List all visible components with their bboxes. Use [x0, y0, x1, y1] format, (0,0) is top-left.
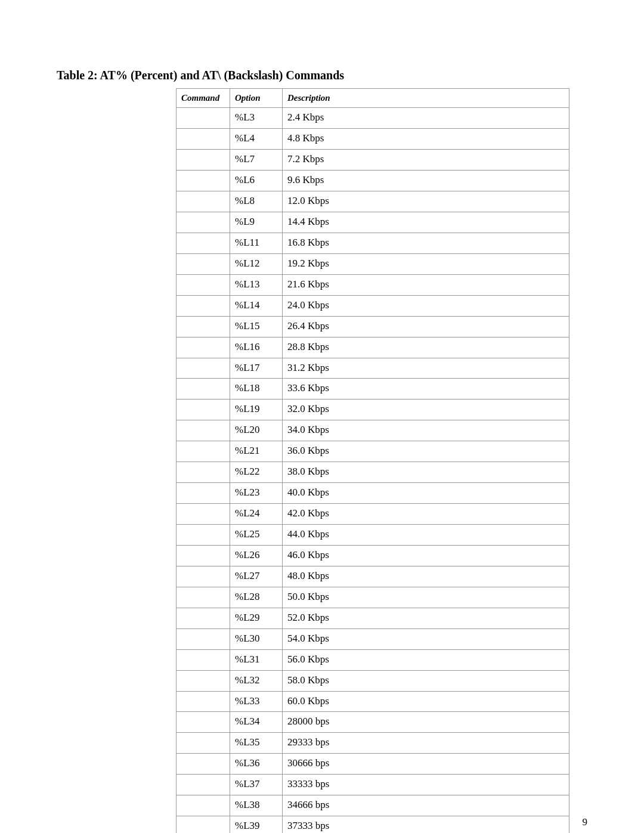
- cell-description: 28000 bps: [283, 712, 569, 733]
- cell-command: [177, 191, 230, 212]
- table-row: %L2646.0 Kbps: [177, 545, 569, 566]
- cell-option: %L24: [230, 504, 283, 525]
- cell-option: %L20: [230, 420, 283, 441]
- cell-description: 58.0 Kbps: [283, 670, 569, 691]
- page-number: 9: [583, 816, 588, 828]
- cell-description: 60.0 Kbps: [283, 691, 569, 712]
- cell-command: [177, 795, 230, 816]
- cell-description: 21.6 Kbps: [283, 274, 569, 295]
- table-row: %L2442.0 Kbps: [177, 504, 569, 525]
- table-row: %L1526.4 Kbps: [177, 316, 569, 337]
- table-row: %L1932.0 Kbps: [177, 400, 569, 420]
- cell-command: [177, 483, 230, 504]
- cell-option: %L30: [230, 628, 283, 649]
- table-row: %L3937333 bps: [177, 816, 569, 833]
- cell-description: 36.0 Kbps: [283, 441, 569, 462]
- cell-option: %L17: [230, 358, 283, 379]
- cell-command: [177, 504, 230, 525]
- cell-description: 28.8 Kbps: [283, 337, 569, 358]
- cell-description: 2.4 Kbps: [283, 108, 569, 129]
- cell-command: [177, 441, 230, 462]
- table-row: %L3529333 bps: [177, 733, 569, 754]
- table-row: %L69.6 Kbps: [177, 171, 569, 191]
- table-header-row: Command Option Description: [177, 89, 569, 108]
- cell-description: 29333 bps: [283, 733, 569, 754]
- table-row: %L3054.0 Kbps: [177, 628, 569, 649]
- table-row: %L1321.6 Kbps: [177, 274, 569, 295]
- table-row: %L3733333 bps: [177, 775, 569, 795]
- table-row: %L2238.0 Kbps: [177, 462, 569, 483]
- cell-option: %L19: [230, 400, 283, 420]
- cell-option: %L15: [230, 316, 283, 337]
- cell-option: %L28: [230, 587, 283, 608]
- cell-description: 14.4 Kbps: [283, 212, 569, 233]
- cell-option: %L18: [230, 379, 283, 400]
- cell-description: 19.2 Kbps: [283, 253, 569, 274]
- table-row: %L1116.8 Kbps: [177, 233, 569, 253]
- table-row: %L1219.2 Kbps: [177, 253, 569, 274]
- cell-description: 24.0 Kbps: [283, 295, 569, 316]
- cell-option: %L13: [230, 274, 283, 295]
- table-row: %L1833.6 Kbps: [177, 379, 569, 400]
- cell-command: [177, 129, 230, 150]
- cell-option: %L34: [230, 712, 283, 733]
- cell-command: [177, 670, 230, 691]
- cell-description: 50.0 Kbps: [283, 587, 569, 608]
- cell-description: 40.0 Kbps: [283, 483, 569, 504]
- table-row: %L3630666 bps: [177, 754, 569, 775]
- cell-option: %L33: [230, 691, 283, 712]
- cell-option: %L11: [230, 233, 283, 253]
- cell-description: 37333 bps: [283, 816, 569, 833]
- table-row: %L3156.0 Kbps: [177, 649, 569, 670]
- table-body: %L32.4 Kbps%L44.8 Kbps%L77.2 Kbps%L69.6 …: [177, 108, 569, 833]
- cell-description: 26.4 Kbps: [283, 316, 569, 337]
- table-row: %L2340.0 Kbps: [177, 483, 569, 504]
- table-row: %L2952.0 Kbps: [177, 608, 569, 628]
- cell-option: %L9: [230, 212, 283, 233]
- cell-option: %L38: [230, 795, 283, 816]
- table-row: %L2136.0 Kbps: [177, 441, 569, 462]
- cell-command: [177, 733, 230, 754]
- table-container: Command Option Description %L32.4 Kbps%L…: [176, 88, 587, 833]
- header-description: Description: [283, 89, 569, 108]
- cell-description: 48.0 Kbps: [283, 566, 569, 587]
- table-row: %L77.2 Kbps: [177, 150, 569, 171]
- table-row: %L2850.0 Kbps: [177, 587, 569, 608]
- cell-command: [177, 108, 230, 129]
- table-row: %L3428000 bps: [177, 712, 569, 733]
- cell-description: 54.0 Kbps: [283, 628, 569, 649]
- commands-table: Command Option Description %L32.4 Kbps%L…: [176, 88, 569, 833]
- table-caption: Table 2: AT% (Percent) and AT\ (Backslas…: [57, 69, 587, 82]
- cell-command: [177, 295, 230, 316]
- cell-command: [177, 171, 230, 191]
- cell-description: 32.0 Kbps: [283, 400, 569, 420]
- cell-option: %L31: [230, 649, 283, 670]
- cell-command: [177, 462, 230, 483]
- cell-command: [177, 420, 230, 441]
- cell-command: [177, 212, 230, 233]
- cell-command: [177, 337, 230, 358]
- cell-description: 9.6 Kbps: [283, 171, 569, 191]
- table-row: %L812.0 Kbps: [177, 191, 569, 212]
- cell-description: 33.6 Kbps: [283, 379, 569, 400]
- cell-option: %L23: [230, 483, 283, 504]
- cell-description: 38.0 Kbps: [283, 462, 569, 483]
- cell-command: [177, 253, 230, 274]
- table-row: %L2034.0 Kbps: [177, 420, 569, 441]
- cell-option: %L35: [230, 733, 283, 754]
- table-row: %L1424.0 Kbps: [177, 295, 569, 316]
- cell-description: 12.0 Kbps: [283, 191, 569, 212]
- cell-option: %L37: [230, 775, 283, 795]
- cell-description: 34666 bps: [283, 795, 569, 816]
- cell-command: [177, 358, 230, 379]
- table-row: %L914.4 Kbps: [177, 212, 569, 233]
- cell-option: %L32: [230, 670, 283, 691]
- cell-command: [177, 587, 230, 608]
- cell-description: 30666 bps: [283, 754, 569, 775]
- cell-description: 42.0 Kbps: [283, 504, 569, 525]
- cell-command: [177, 379, 230, 400]
- cell-description: 7.2 Kbps: [283, 150, 569, 171]
- cell-option: %L7: [230, 150, 283, 171]
- cell-description: 16.8 Kbps: [283, 233, 569, 253]
- cell-description: 46.0 Kbps: [283, 545, 569, 566]
